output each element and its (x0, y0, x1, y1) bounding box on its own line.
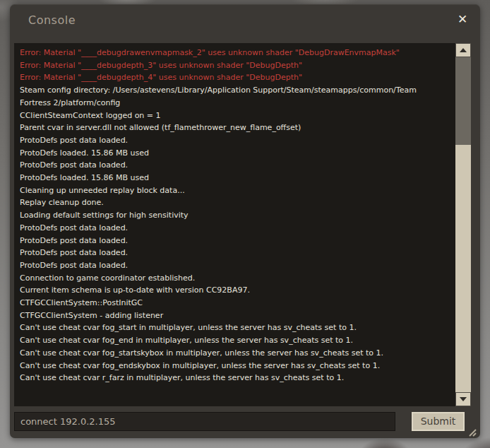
resize-grip-icon[interactable] (467, 426, 477, 436)
console-line: Fortress 2/platform/config (20, 97, 455, 110)
command-input[interactable] (14, 412, 395, 431)
console-window: Console ✕ Error: Material "____debugdraw… (10, 4, 480, 438)
console-line: Can't use cheat cvar fog_endskybox in mu… (20, 360, 455, 372)
console-line: ProtoDefs post data loaded. (20, 235, 455, 247)
console-line: ProtoDefs post data loaded. (20, 259, 455, 272)
console-log-lines[interactable]: Error: Material "____debugdrawenvmapmask… (14, 43, 455, 406)
console-line: Current item schema is up-to-date with v… (20, 284, 455, 297)
console-line: ProtoDefs loaded. 15.86 MB used (20, 147, 455, 160)
titlebar[interactable]: Console ✕ (10, 4, 480, 38)
console-line: Cleaning up unneeded replay block data..… (20, 184, 455, 197)
console-line: Can't use cheat cvar fog_start in multip… (20, 322, 455, 334)
console-line: Can't use cheat cvar fog_end in multipla… (20, 334, 455, 347)
arrow-up-icon (460, 48, 467, 52)
console-line: ProtoDefs post data loaded. (20, 247, 455, 259)
console-line: Can't use cheat cvar r_farz in multiplay… (20, 372, 455, 384)
console-line: CClientSteamContext logged on = 1 (20, 110, 455, 122)
console-line-error: Error: Material "____debugdrawenvmapmask… (20, 47, 455, 59)
console-line: ProtoDefs post data loaded. (20, 222, 455, 235)
console-line: Parent cvar in server.dll not allowed (t… (20, 122, 455, 134)
scrollbar-thumb[interactable] (455, 145, 471, 392)
scrollbar-track[interactable] (455, 57, 471, 392)
console-line: ProtoDefs post data loaded. (20, 134, 455, 147)
command-row: Submit (14, 412, 476, 431)
console-line: Can't use cheat cvar fog_startskybox in … (20, 347, 455, 360)
console-line-error: Error: Material "____debugdepth_3" uses … (20, 59, 455, 72)
console-log-area: Error: Material "____debugdrawenvmapmask… (14, 43, 471, 406)
console-line: Loading default settings for high sensit… (20, 209, 455, 222)
console-line: ProtoDefs loaded. 15.86 MB used (20, 172, 455, 184)
submit-button[interactable]: Submit (412, 412, 465, 431)
console-line: CTFGCClientSystem - adding listener (20, 310, 455, 322)
scroll-down-button[interactable] (455, 392, 471, 406)
close-icon[interactable]: ✕ (453, 10, 472, 28)
arrow-down-icon (460, 397, 467, 401)
console-line: Steam config directory: /Users/astevens/… (20, 84, 455, 97)
scroll-up-button[interactable] (455, 43, 471, 57)
console-line: ProtoDefs post data loaded. (20, 159, 455, 172)
console-line: Replay cleanup done. (20, 196, 455, 209)
console-line-error: Error: Material "____debugdepth_4" uses … (20, 71, 455, 84)
console-line: CTFGCClientSystem::PostInitGC (20, 297, 455, 310)
window-title: Console (28, 13, 76, 27)
console-line: Connection to game coordinator establish… (20, 272, 455, 285)
scrollbar[interactable] (455, 43, 471, 406)
